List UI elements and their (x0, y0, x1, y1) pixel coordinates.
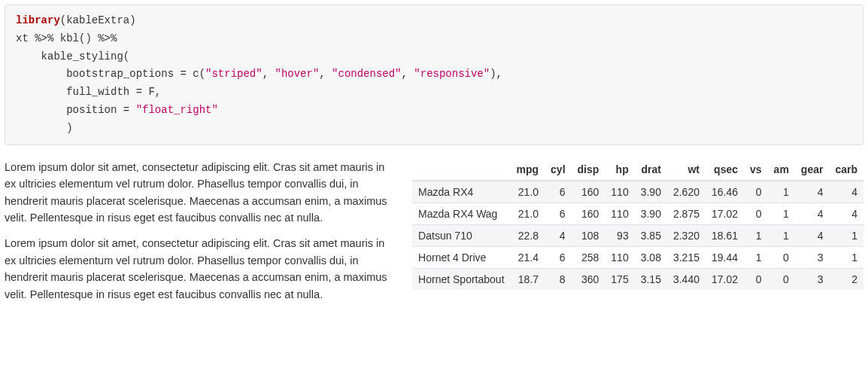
table-cell: 1 (829, 246, 863, 268)
table-cell: 18.7 (511, 268, 545, 290)
table-row: Mazda RX421.061601103.902.62016.460144 (412, 181, 863, 203)
code-string: "hover" (275, 68, 319, 80)
table-cell: 1 (768, 181, 795, 203)
table-cell: 19.44 (706, 246, 744, 268)
code-string: "striped" (205, 68, 263, 80)
table-cell: 1 (744, 246, 768, 268)
table-cell: 3.215 (667, 246, 706, 268)
data-table: mpg cyl disp hp drat wt qsec vs am gear … (412, 159, 863, 290)
table-row: Hornet 4 Drive21.462581103.083.21519.441… (412, 246, 863, 268)
table-header: mpg (511, 159, 545, 181)
table-cell: 18.61 (706, 224, 744, 246)
table-cell: 4 (829, 181, 863, 203)
table-header-row: mpg cyl disp hp drat wt qsec vs am gear … (412, 159, 863, 181)
code-block: library(kableExtra) xt %>% kbl() %>% kab… (5, 5, 863, 145)
table-cell: 175 (605, 268, 634, 290)
table-cell: 3 (795, 268, 830, 290)
table-cell: 21.0 (511, 203, 545, 224)
table-cell: Hornet 4 Drive (412, 246, 510, 268)
code-text: ), (490, 68, 502, 80)
code-text: xt %>% kbl() %>% (16, 32, 117, 44)
table-cell: 21.0 (511, 181, 545, 203)
table-cell: 2.875 (667, 203, 706, 224)
table-header: hp (605, 159, 634, 181)
table-cell: Mazda RX4 (412, 181, 510, 203)
table-cell: 6 (545, 246, 571, 268)
code-string: "float_right" (136, 104, 218, 116)
code-text: , (402, 68, 414, 80)
table-cell: 3 (795, 246, 830, 268)
table-row: Mazda RX4 Wag21.061601103.902.87517.0201… (412, 203, 863, 224)
table-cell: 2 (829, 268, 863, 290)
table-cell: 93 (605, 224, 634, 246)
table-cell: Mazda RX4 Wag (412, 203, 510, 224)
table-cell: 1 (829, 224, 863, 246)
code-string: "responsive" (414, 68, 490, 80)
table-cell: 110 (605, 181, 634, 203)
code-text: (kableExtra) (60, 14, 136, 26)
table-cell: 3.440 (667, 268, 706, 290)
table-cell: 0 (768, 268, 795, 290)
table-cell: 22.8 (511, 224, 545, 246)
table-cell: 0 (744, 203, 768, 224)
code-text: , (319, 68, 332, 80)
table-cell: 3.85 (635, 224, 667, 246)
table-header: qsec (706, 159, 744, 181)
table-cell: 258 (572, 246, 605, 268)
table-cell: 3.90 (635, 203, 667, 224)
code-string: "condensed" (332, 68, 401, 80)
table-header: wt (667, 159, 706, 181)
code-text: full_width = F, (16, 86, 161, 98)
table-cell: 1 (768, 203, 795, 224)
table-cell: 6 (545, 181, 571, 203)
table-row: Datsun 71022.84108933.852.32018.611141 (412, 224, 863, 246)
table-cell: 0 (744, 268, 768, 290)
table-cell: 110 (605, 246, 634, 268)
table-cell: 2.620 (667, 181, 706, 203)
table-cell: 4 (795, 203, 830, 224)
table-cell: 21.4 (511, 246, 545, 268)
table-cell: 3.15 (635, 268, 667, 290)
table-cell: 160 (572, 203, 605, 224)
table-header (412, 159, 510, 181)
table-cell: 1 (744, 224, 768, 246)
table-cell: 1 (768, 224, 795, 246)
table-row: Hornet Sportabout18.783601753.153.44017.… (412, 268, 863, 290)
table-header: am (768, 159, 795, 181)
code-text: kable_styling( (16, 50, 129, 62)
table-header: carb (829, 159, 863, 181)
table-cell: 0 (744, 181, 768, 203)
table-cell: 4 (545, 224, 571, 246)
code-text: ) (16, 122, 73, 134)
code-keyword: library (16, 14, 60, 26)
table-cell: 108 (572, 224, 605, 246)
code-text: bootstrap_options = c( (16, 68, 205, 80)
table-cell: 0 (768, 246, 795, 268)
table-cell: 16.46 (706, 181, 744, 203)
code-text: , (263, 68, 275, 80)
table-header: drat (635, 159, 667, 181)
table-cell: 3.08 (635, 246, 667, 268)
table-cell: 17.02 (706, 203, 744, 224)
table-cell: 160 (572, 181, 605, 203)
table-cell: 3.90 (635, 181, 667, 203)
table-header: vs (744, 159, 768, 181)
table-cell: 2.320 (667, 224, 706, 246)
table-cell: 17.02 (706, 268, 744, 290)
table-header: cyl (545, 159, 571, 181)
code-text: position = (16, 104, 136, 116)
table-cell: Hornet Sportabout (412, 268, 510, 290)
table-header: disp (572, 159, 605, 181)
table-cell: 360 (572, 268, 605, 290)
table-cell: 4 (795, 224, 830, 246)
table-cell: 4 (795, 181, 830, 203)
table-cell: 8 (545, 268, 571, 290)
table-cell: 4 (829, 203, 863, 224)
table-body: Mazda RX421.061601103.902.62016.460144Ma… (412, 181, 863, 290)
table-header: gear (795, 159, 830, 181)
table-cell: 6 (545, 203, 571, 224)
table-cell: Datsun 710 (412, 224, 510, 246)
table-cell: 110 (605, 203, 634, 224)
